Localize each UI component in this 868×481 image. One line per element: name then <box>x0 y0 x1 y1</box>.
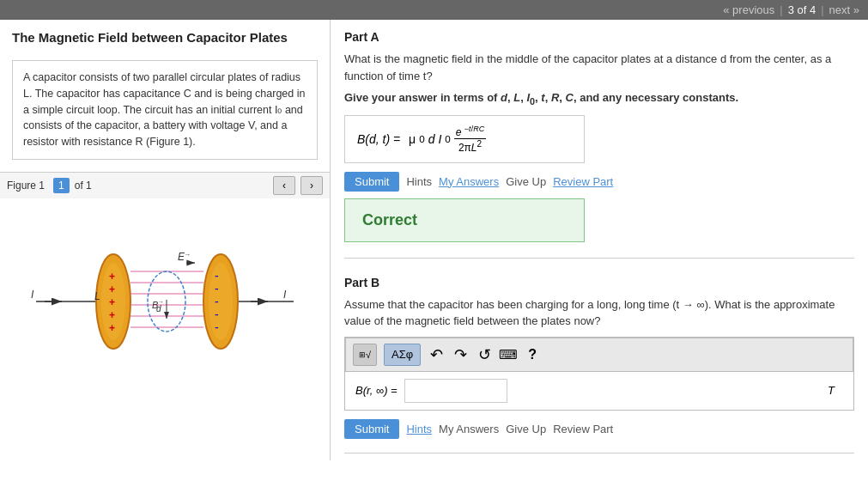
problem-description: A capacitor consists of two parallel cir… <box>12 60 318 160</box>
aso-button[interactable]: ΑΣφ <box>384 344 421 366</box>
figure-select-button[interactable]: 1 <box>53 178 70 193</box>
capacitor-diagram: + + + + + - - - - - <box>19 207 311 396</box>
hints-label: Hints <box>406 175 432 188</box>
next-link[interactable]: next » <box>829 3 859 16</box>
svg-text:-: - <box>215 295 219 308</box>
part-a-section: Part A What is the magnetic field in the… <box>344 20 854 259</box>
figure-navigation: Figure 1 1 of 1 ‹ › <box>0 172 330 198</box>
reset-button[interactable]: ↺ <box>476 346 493 363</box>
svg-text:-: - <box>215 320 219 334</box>
svg-text:d: d <box>156 304 161 314</box>
svg-text:-: - <box>215 307 219 321</box>
svg-text:+: + <box>109 271 115 283</box>
my-answers-link[interactable]: My Answers <box>439 175 499 188</box>
part-b-submit-button[interactable]: Submit <box>344 419 399 439</box>
svg-text:-: - <box>215 269 219 283</box>
part-a-actions: Submit Hints My Answers Give Up Review P… <box>344 172 854 192</box>
svg-text:→: → <box>184 251 191 259</box>
part-b-review-part-link[interactable]: Review Part <box>553 423 613 435</box>
figure-image: + + + + + - - - - - <box>0 198 330 405</box>
part-a-question: What is the magnetic field in the middle… <box>344 51 854 84</box>
review-part-link[interactable]: Review Part <box>553 175 613 188</box>
figure-of: of 1 <box>75 180 92 192</box>
redo-button[interactable]: ↷ <box>452 346 469 363</box>
give-up-link[interactable]: Give Up <box>506 175 546 188</box>
part-b-actions: Submit Hints My Answers Give Up Review P… <box>344 419 854 439</box>
figure-next-arrow[interactable]: › <box>300 176 323 195</box>
svg-text:+: + <box>109 296 115 308</box>
svg-text:-: - <box>215 282 219 295</box>
svg-text:+: + <box>109 309 115 321</box>
figure-label: Figure 1 <box>7 180 45 192</box>
part-b-section: Part B Assume that the capacitor has bee… <box>344 265 854 454</box>
main-layout: The Magnetic Field between Capacitor Pla… <box>0 20 868 460</box>
part-b-input-container: ⊞√ ΑΣφ ↶ ↷ ↺ ⌨ ? B(r, ∞) = <box>344 337 854 411</box>
previous-link[interactable]: « previous <box>723 3 774 16</box>
help-button[interactable]: ? <box>524 346 541 363</box>
matrix-button[interactable]: ⊞√ <box>353 344 377 366</box>
part-b-unit: T <box>828 384 843 397</box>
part-a-answer-box: B(d, t) = μ0dI0 e −t/RC 2πL2 <box>344 115 585 163</box>
left-panel: The Magnetic Field between Capacitor Pla… <box>0 20 331 460</box>
svg-text:L: L <box>94 290 100 302</box>
svg-point-9 <box>209 263 233 340</box>
correct-banner: Correct <box>344 198 585 242</box>
part-b-toolbar: ⊞√ ΑΣφ ↶ ↷ ↺ ⌨ ? <box>345 338 853 372</box>
part-b-answer-label: B(r, ∞) = <box>355 384 398 397</box>
part-a-instructions: Give your answer in terms of d, L, I0, t… <box>344 91 854 107</box>
top-navigation: « previous | 3 of 4 | next » <box>0 0 868 20</box>
part-b-give-up-link[interactable]: Give Up <box>506 423 546 435</box>
part-b-my-answers-link[interactable]: My Answers <box>439 423 499 435</box>
part-b-answer-row: B(r, ∞) = T <box>345 372 853 410</box>
part-a-answer-label: B(d, t) = <box>357 132 400 146</box>
part-a-submit-button[interactable]: Submit <box>344 172 399 192</box>
figure-prev-arrow[interactable]: ‹ <box>273 176 295 195</box>
part-b-question: Assume that the capacitor has been charg… <box>344 296 854 330</box>
part-b-label: Part B <box>344 276 854 289</box>
part-a-formula: μ0dI0 e −t/RC 2πL2 <box>405 125 486 154</box>
part-b-hints-label[interactable]: Hints <box>406 423 432 435</box>
keyboard-button[interactable]: ⌨ <box>500 346 517 363</box>
aso-label: ΑΣφ <box>392 348 413 361</box>
problem-title: The Magnetic Field between Capacitor Pla… <box>0 20 330 53</box>
separator-1: | <box>780 3 782 16</box>
part-a-label: Part A <box>344 30 854 44</box>
page-info: 3 of 4 <box>788 3 816 16</box>
part-b-answer-input[interactable] <box>404 379 507 403</box>
svg-text:+: + <box>109 322 115 334</box>
svg-text:+: + <box>109 283 115 295</box>
right-panel: Part A What is the magnetic field in the… <box>331 20 868 460</box>
separator-2: | <box>821 3 823 16</box>
undo-button[interactable]: ↶ <box>428 346 445 363</box>
